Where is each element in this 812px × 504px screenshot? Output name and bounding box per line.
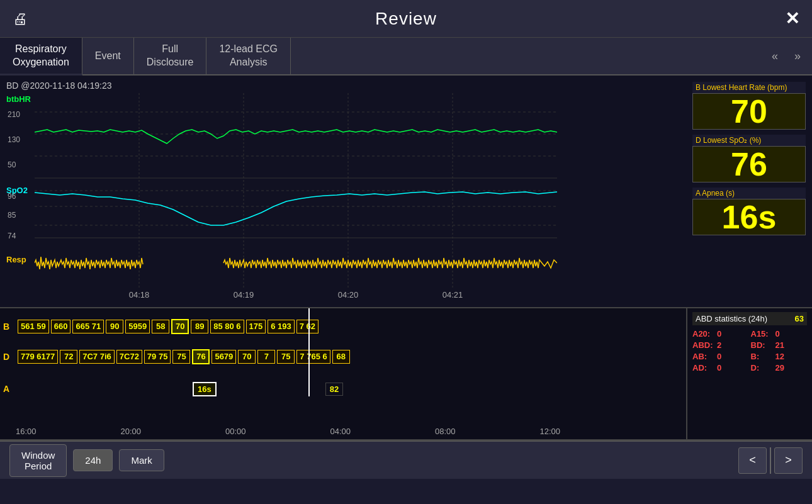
stats-panel: B Lowest Heart Rate (bpm) 70 D Lowest Sp… — [686, 76, 812, 307]
row-a-label: A — [3, 384, 16, 394]
mark-button[interactable]: Mark — [119, 449, 164, 471]
strip-time-axis: 16:00 20:00 00:00 04:00 08:00 12:00 — [16, 427, 686, 436]
strip-content: B 561 59 660 665 71 90 5959 58 70 89 85 … — [0, 308, 686, 439]
b-cell-7[interactable]: 70 — [171, 319, 189, 334]
abd-d-key: D: — [751, 363, 773, 372]
spo2-scale-96: 96 — [8, 192, 16, 201]
b-cell-9[interactable]: 85 80 6 — [210, 320, 244, 333]
chart-area: BD @2020-11-18 04:19:23 btbHR SpO2 Resp … — [0, 76, 812, 308]
resp-waveform — [35, 257, 557, 269]
print-button[interactable]: 🖨 — [13, 10, 28, 28]
hr-scale-210: 210 — [8, 110, 20, 119]
tab-navigation: « » — [760, 38, 812, 74]
spo2-stat-label: D Lowest SpO₂ (%) — [692, 135, 806, 146]
strip-cursor — [308, 308, 310, 396]
abd-grid: A20: 0 A15: 0 ABD: 2 BD: 21 AB: 0 B: 12 — [692, 329, 807, 372]
header: 🖨 Review ✕ — [0, 0, 812, 38]
chart-timestamp: BD @2020-11-18 04:19:23 — [6, 81, 686, 91]
chart-svg: 04:18 04:19 04:20 04:21 — [35, 93, 557, 301]
b-cell-10[interactable]: 175 — [246, 320, 266, 333]
d-cell-12[interactable]: 7 765 6 — [296, 350, 330, 364]
b-cell-8[interactable]: 89 — [191, 320, 208, 333]
abd-ab: AB: 0 — [692, 352, 749, 361]
strip-time-20: 20:00 — [120, 427, 141, 436]
abd-d: D: 29 — [751, 363, 808, 372]
svg-text:04:20: 04:20 — [338, 290, 359, 300]
abd-title: ABD statistics (24h) 63 — [692, 312, 807, 325]
d-cell-9[interactable]: 70 — [238, 350, 256, 364]
apnea-stat-box: A Apnea (s) 16s — [692, 188, 806, 235]
tab-full-disclosure[interactable]: FullDisclosure — [134, 38, 207, 74]
b-cell-2[interactable]: 660 — [51, 320, 71, 333]
nav-divider — [770, 447, 771, 474]
b-cell-5[interactable]: 5959 — [125, 320, 150, 333]
spo2-stat-value: 76 — [692, 146, 806, 182]
row-d-label: D — [3, 352, 16, 362]
d-cell-8[interactable]: 5679 — [211, 350, 236, 364]
d-cell-4[interactable]: 7C72 — [116, 350, 142, 364]
prev-button[interactable]: < — [738, 447, 767, 474]
a-cell-16s[interactable]: 16s — [193, 382, 217, 396]
abd-bd: BD: 21 — [751, 340, 808, 350]
strip-row-b: B 561 59 660 665 71 90 5959 58 70 89 85 … — [0, 311, 686, 342]
d-cell-7[interactable]: 76 — [192, 349, 210, 364]
strip-area: B 561 59 660 665 71 90 5959 58 70 89 85 … — [0, 308, 812, 440]
abd-ad: AD: 0 — [692, 363, 749, 372]
d-cell-10[interactable]: 7 — [257, 350, 275, 364]
abd-abd: ABD: 2 — [692, 340, 749, 350]
d-cell-2[interactable]: 72 — [60, 350, 77, 364]
svg-text:04:21: 04:21 — [443, 290, 463, 300]
abd-a15-key: A15: — [751, 329, 773, 339]
b-cell-3[interactable]: 665 71 — [72, 320, 104, 333]
b-cell-1[interactable]: 561 59 — [18, 320, 49, 333]
btbhr-label: btbHR — [6, 94, 31, 104]
apnea-stat-label: A Apnea (s) — [692, 188, 806, 199]
row-b-label: B — [3, 322, 16, 332]
next-button[interactable]: > — [774, 447, 803, 474]
tab-ecg[interactable]: 12-lead ECGAnalysis — [206, 38, 291, 74]
abd-bd-key: BD: — [751, 340, 773, 350]
abd-b-val: 12 — [775, 352, 784, 361]
d-cell-13[interactable]: 68 — [332, 350, 350, 364]
window-period-button[interactable]: WindowPeriod — [9, 444, 67, 477]
abd-abd-val: 2 — [717, 340, 721, 350]
spo2-waveform — [35, 192, 557, 225]
close-button[interactable]: ✕ — [785, 8, 799, 29]
footer-nav: < > — [738, 447, 803, 474]
d-cell-1[interactable]: 779 6177 — [18, 350, 58, 364]
tab-next-button[interactable]: » — [789, 47, 806, 66]
abd-title-text: ABD statistics (24h) — [696, 314, 767, 323]
chart-content: BD @2020-11-18 04:19:23 btbHR SpO2 Resp … — [0, 76, 686, 307]
strip-time-04: 04:00 — [330, 427, 351, 436]
page-title: Review — [375, 9, 437, 29]
d-cell-5[interactable]: 79 75 — [144, 350, 171, 364]
d-cell-3[interactable]: 7C7 7i6 — [79, 350, 115, 364]
hr-stat-value: 70 — [692, 93, 806, 130]
resp-label: Resp — [6, 255, 26, 264]
abd-ab-key: AB: — [692, 352, 714, 361]
abd-b-key: B: — [751, 352, 773, 361]
strip-time-00: 00:00 — [225, 427, 246, 436]
a-cell-82[interactable]: 82 — [325, 383, 343, 396]
apnea-stat-value: 16s — [692, 199, 806, 235]
b-cell-6[interactable]: 58 — [152, 320, 169, 333]
tab-prev-button[interactable]: « — [767, 47, 783, 66]
abd-a20: A20: 0 — [692, 329, 749, 339]
abd-abd-key: ABD: — [692, 340, 714, 350]
b-cell-12[interactable]: 7 62 — [296, 320, 319, 333]
abd-ad-val: 0 — [717, 363, 721, 372]
abd-count: 63 — [795, 314, 804, 323]
hr-waveform — [35, 130, 557, 143]
tab-respiratory[interactable]: RespiratoryOxygenation — [0, 38, 82, 76]
abd-a15: A15: 0 — [751, 329, 808, 339]
strip-row-d: D 779 6177 72 7C7 7i6 7C72 79 75 75 76 5… — [0, 342, 686, 372]
abd-ab-val: 0 — [717, 352, 721, 361]
abd-a20-key: A20: — [692, 329, 714, 339]
d-cell-11[interactable]: 75 — [277, 350, 295, 364]
b-cell-4[interactable]: 90 — [106, 320, 123, 333]
period-24h-button[interactable]: 24h — [73, 449, 113, 471]
tab-event[interactable]: Event — [82, 38, 134, 74]
tab-bar: RespiratoryOxygenation Event FullDisclos… — [0, 38, 812, 76]
b-cell-11[interactable]: 6 193 — [268, 320, 295, 333]
d-cell-6[interactable]: 75 — [172, 350, 190, 364]
